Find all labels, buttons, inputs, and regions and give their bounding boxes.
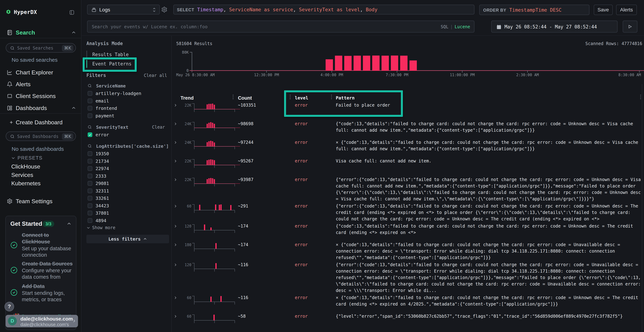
checkbox[interactable] <box>88 204 92 208</box>
row-level: error <box>295 158 308 164</box>
search-icon[interactable] <box>88 84 92 88</box>
filter-option-error[interactable]: error <box>88 131 163 138</box>
bell-icon <box>7 82 12 87</box>
table-row[interactable]: 180 ~174 error × {"code":13,"details":"f… <box>172 241 644 261</box>
col-count[interactable]: Count <box>238 95 252 101</box>
sidebar-item-team-settings[interactable]: Team Settings <box>0 196 82 206</box>
create-dashboard-button[interactable]: Create Dashboard <box>0 118 82 127</box>
search-icon[interactable] <box>88 125 92 129</box>
checkbox[interactable] <box>88 159 92 164</box>
table-row[interactable]: 24K ~98698 error {"code":13,"details":"f… <box>172 120 644 139</box>
chevron-up-icon[interactable] <box>72 30 76 35</box>
lucene-search-input[interactable]: Search your events w/ Lucene ex. column:… <box>87 20 474 32</box>
table-row[interactable]: 22K ~95267 error Visa cache full: cannot… <box>172 158 644 176</box>
checkbox[interactable] <box>88 218 92 223</box>
checkbox[interactable] <box>88 174 92 178</box>
table-row[interactable]: 60 ~291 error {"error":{"code":13,"detai… <box>172 202 644 222</box>
filter-option-label: 2333 <box>96 173 106 178</box>
source-settings-gear-icon[interactable] <box>161 6 168 13</box>
sql-select-editor[interactable]: SELECT Timestamp, ServiceName as service… <box>173 5 474 14</box>
presets-toggle[interactable]: PRESETS <box>0 154 82 162</box>
filter-option-19350[interactable]: 19350 <box>88 150 163 158</box>
saved-dashboards-input[interactable]: Saved Dashboards ⌘K <box>6 132 76 141</box>
filter-option-21734[interactable]: 21734 <box>88 158 163 165</box>
filter-option-email[interactable]: email <box>88 97 163 105</box>
checkbox[interactable] <box>88 166 92 171</box>
preset-services[interactable]: Services <box>11 172 33 178</box>
alerts-button[interactable]: Alerts <box>616 5 637 15</box>
filter-option-artillery-loadgen[interactable]: artillery-loadgen <box>88 90 163 97</box>
sidebar-item-client-sessions[interactable]: Client Sessions <box>0 91 82 102</box>
table-row[interactable]: 60 ~58 error {"level":"error","span_id":… <box>172 313 644 331</box>
user-menu[interactable]: D dale@clickhouse.com dale@clickhouse.co… <box>6 315 78 327</box>
sidebar-item-alerts[interactable]: Alerts <box>0 79 82 90</box>
order-by-editor[interactable]: ORDER BY TimestampTime DESC <box>479 5 590 15</box>
table-options-icon[interactable] <box>640 94 641 100</box>
filter-option-33261[interactable]: 33261 <box>88 194 163 202</box>
checkbox[interactable] <box>88 114 92 118</box>
table-row[interactable]: 120 ~116 error {"error":{"code":13,"deta… <box>172 261 644 294</box>
sidebar-item-chart-explorer[interactable]: Chart Explorer <box>0 67 82 78</box>
filter-option-22974[interactable]: 22974 <box>88 165 163 172</box>
filter-option-label: frontend <box>96 106 117 111</box>
filter-option-34423[interactable]: 34423 <box>88 202 163 210</box>
less-filters-button[interactable]: Less filters <box>86 235 169 243</box>
checkbox[interactable] <box>88 106 92 110</box>
help-button[interactable]: ? <box>4 302 14 312</box>
row-pattern: {"code":13,"details":"failed to charge c… <box>336 120 644 134</box>
search-icon[interactable] <box>88 144 92 148</box>
row-count: ~116 <box>238 294 248 301</box>
table-row[interactable]: 120 ~174 error {"code":13,"details":"fai… <box>172 222 644 241</box>
chevron-up-icon[interactable] <box>67 222 72 226</box>
table-scrollbar-gutter[interactable] <box>642 84 642 332</box>
checkbox[interactable] <box>88 91 92 96</box>
row-level: error <box>295 120 308 127</box>
filter-option-37801[interactable]: 37801 <box>88 209 163 217</box>
chevron-up-icon[interactable] <box>72 106 76 110</box>
checkbox[interactable] <box>88 211 92 215</box>
step-description: Configure where your data comes from <box>22 267 72 280</box>
query-language-toggle[interactable]: SQL|Lucene <box>440 24 470 29</box>
col-trend[interactable]: Trend <box>180 95 194 101</box>
checkbox[interactable] <box>88 181 92 186</box>
clear-all-filters-link[interactable]: Clear all <box>144 73 167 78</box>
live-tail-button[interactable] <box>623 20 638 32</box>
saved-searches-input[interactable]: Saved Searches ⌘K <box>6 43 76 52</box>
preset-kubernetes[interactable]: Kubernetes <box>11 180 40 187</box>
clear-filter-link[interactable]: Clear <box>152 125 165 130</box>
column-handle-icon[interactable] <box>232 94 234 100</box>
table-row[interactable]: 60 ~116 error × {"code":13,"details":"fa… <box>172 294 644 313</box>
user-email: dale@clickhouse.com <box>20 316 73 322</box>
sidebar-item-dashboards[interactable]: Dashboards <box>0 103 82 114</box>
filter-option-2333[interactable]: 2333 <box>88 172 163 180</box>
show-more-link[interactable]: Show more <box>86 224 133 231</box>
filter-option-4894[interactable]: 4894 <box>88 217 163 224</box>
checkbox[interactable] <box>88 151 92 156</box>
filter-group-header: LogAttributes['cache.size'] <box>86 142 168 150</box>
trend-sparkline: 24K <box>172 120 243 131</box>
results-histogram[interactable]: 80K012:30:00 PM4:00:00 PM7:30:00 PM11:00… <box>172 36 644 82</box>
filter-option-29081[interactable]: 29081 <box>88 180 163 187</box>
checkbox[interactable] <box>88 188 92 193</box>
sidebar-item-search[interactable]: Search <box>0 27 82 38</box>
checkbox[interactable] <box>88 196 92 200</box>
lang-lucene-label[interactable]: Lucene <box>454 24 470 29</box>
save-button[interactable]: Save <box>594 5 613 15</box>
filter-option-payment[interactable]: payment <box>88 112 163 120</box>
lang-sql-label[interactable]: SQL <box>440 24 448 29</box>
checkbox-checked[interactable] <box>88 132 92 137</box>
filter-option-32311[interactable]: 32311 <box>88 187 163 194</box>
row-count: ~95267 <box>238 158 254 164</box>
preset-clickhouse[interactable]: ClickHouse <box>11 163 40 170</box>
row-level: error <box>295 223 308 229</box>
table-row[interactable]: 24K ~97244 error × {"code":13,"details":… <box>172 139 644 158</box>
gear-icon <box>7 198 12 204</box>
filter-group-name: SeverityText <box>96 125 128 130</box>
table-row[interactable]: 22K ~93987 error {"error":{"code":13,"de… <box>172 176 644 202</box>
filter-option-frontend[interactable]: frontend <box>88 104 163 112</box>
date-range-picker[interactable]: May 26 08:52:44 - May 27 08:52:44 <box>491 20 618 32</box>
sidebar-collapse-icon[interactable] <box>69 10 74 15</box>
table-row[interactable]: 22K ~103351 error Failed to place order <box>172 102 644 120</box>
checkbox[interactable] <box>88 98 92 103</box>
source-select[interactable]: Logs <box>87 5 160 14</box>
